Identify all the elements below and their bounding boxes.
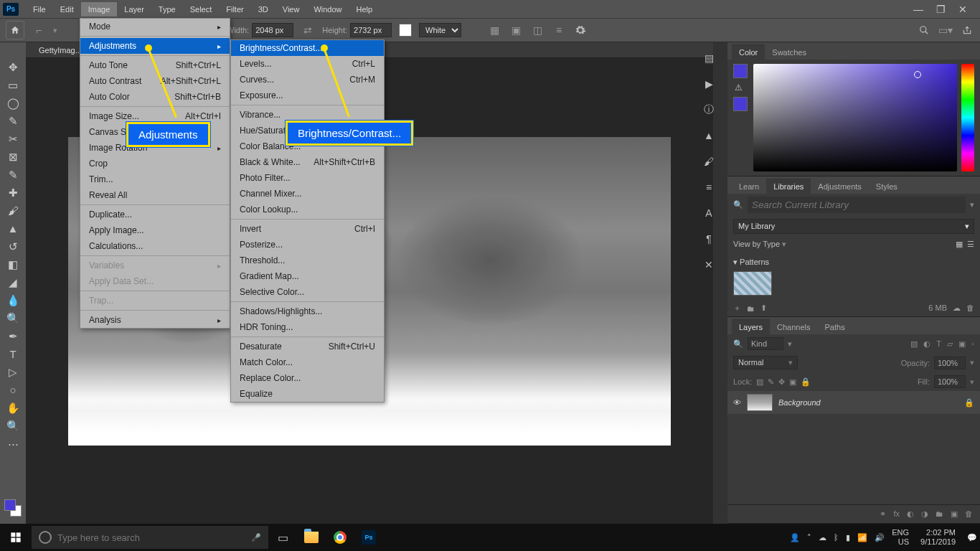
lock-transparent-icon[interactable]: ▨ bbox=[756, 377, 763, 387]
list-view-icon[interactable]: ☰ bbox=[967, 240, 974, 249]
menu-calculations[interactable]: Calculations... bbox=[80, 238, 230, 254]
marquee-tool-icon[interactable]: ▭ bbox=[2, 76, 24, 94]
mask-icon[interactable]: ◐ bbox=[907, 509, 914, 519]
width-field[interactable] bbox=[252, 23, 293, 37]
submenu-selective-color[interactable]: Selective Color... bbox=[231, 284, 384, 300]
menu-trim[interactable]: Trim... bbox=[80, 171, 230, 187]
menu-adjustments[interactable]: Adjustments bbox=[80, 38, 230, 54]
settings-gear-icon[interactable] bbox=[573, 23, 588, 37]
align-icon[interactable]: ≡ bbox=[552, 23, 566, 37]
menu-auto-contrast[interactable]: Auto ContrastAlt+Shift+Ctrl+L bbox=[80, 73, 230, 89]
menu-type[interactable]: Type bbox=[151, 2, 183, 17]
tab-libraries[interactable]: Libraries bbox=[766, 179, 811, 194]
height-field[interactable] bbox=[350, 23, 392, 37]
shape-tool-icon[interactable]: ○ bbox=[2, 381, 24, 399]
view-by-label[interactable]: View by Type ▾ bbox=[733, 240, 786, 249]
patterns-section-header[interactable]: ▾ Patterns bbox=[733, 255, 974, 270]
menu-help[interactable]: Help bbox=[349, 2, 380, 17]
menu-file[interactable]: File bbox=[26, 2, 53, 17]
edit-toolbar-icon[interactable]: ⋯ bbox=[2, 435, 24, 453]
healing-tool-icon[interactable]: ✚ bbox=[2, 184, 24, 202]
menu-crop[interactable]: Crop bbox=[80, 156, 230, 171]
submenu-gradient-map[interactable]: Gradient Map... bbox=[231, 268, 384, 284]
submenu-channel-mixer[interactable]: Channel Mixer... bbox=[231, 186, 384, 202]
submenu-exposure[interactable]: Exposure... bbox=[231, 88, 384, 103]
background-select[interactable]: White bbox=[419, 23, 461, 37]
background-swatch[interactable] bbox=[733, 97, 748, 111]
bluetooth-icon[interactable]: ᛒ bbox=[834, 533, 839, 542]
properties-panel-icon[interactable]: ▲ bbox=[701, 128, 717, 143]
submenu-equalize[interactable]: Equalize bbox=[231, 386, 384, 402]
tool-presets-panel-icon[interactable]: ✕ bbox=[701, 257, 717, 273]
move-tool-icon[interactable]: ✥ bbox=[2, 58, 24, 76]
tab-learn[interactable]: Learn bbox=[732, 179, 766, 194]
fx-icon[interactable]: fx bbox=[893, 509, 900, 519]
actions-panel-icon[interactable]: ▶ bbox=[701, 76, 717, 92]
menu-edit[interactable]: Edit bbox=[53, 2, 81, 17]
tab-channels[interactable]: Channels bbox=[770, 320, 817, 334]
share-icon[interactable] bbox=[960, 23, 974, 37]
pattern-thumbnail[interactable] bbox=[733, 271, 772, 296]
submenu-posterize[interactable]: Posterize... bbox=[231, 237, 384, 253]
fill-field[interactable] bbox=[934, 375, 966, 388]
color-picker-field[interactable] bbox=[753, 64, 957, 171]
window-minimize[interactable]: — bbox=[913, 4, 923, 15]
delete-layer-icon[interactable]: 🗑 bbox=[965, 509, 973, 519]
grid-view-icon[interactable]: ▦ bbox=[956, 240, 963, 249]
submenu-curves[interactable]: Curves...Ctrl+M bbox=[231, 72, 384, 88]
search-icon[interactable] bbox=[917, 23, 931, 37]
crop-tool-icon[interactable]: ✂ bbox=[2, 130, 24, 148]
submenu-brightness-contrast[interactable]: Brightness/Contrast... bbox=[231, 40, 384, 56]
link-layers-icon[interactable]: ⚭ bbox=[880, 509, 886, 519]
add-icon[interactable]: ＋ bbox=[733, 303, 741, 314]
tray-chevron-icon[interactable]: ˄ bbox=[807, 533, 811, 542]
pen-tool-icon[interactable]: ✒ bbox=[2, 327, 24, 345]
paragraph-panel-icon[interactable]: ¶ bbox=[701, 231, 717, 247]
crop-tool-icon[interactable]: ⌐ bbox=[32, 23, 46, 37]
menu-layer[interactable]: Layer bbox=[117, 2, 151, 17]
brush-settings-panel-icon[interactable]: ≡ bbox=[701, 179, 717, 195]
tab-color[interactable]: Color bbox=[732, 44, 765, 60]
history-panel-icon[interactable]: ▤ bbox=[701, 50, 717, 66]
window-restore[interactable]: ❐ bbox=[936, 4, 946, 15]
file-explorer-icon[interactable] bbox=[297, 524, 326, 551]
taskbar-clock[interactable]: 2:02 PM9/11/2019 bbox=[920, 528, 960, 547]
dodge-tool-icon[interactable]: 🔍 bbox=[2, 309, 24, 327]
submenu-color-lookup[interactable]: Color Lookup... bbox=[231, 202, 384, 217]
hue-slider[interactable] bbox=[961, 64, 974, 171]
submenu-hdr-toning[interactable]: HDR Toning... bbox=[231, 319, 384, 335]
option-icon-3[interactable]: ◫ bbox=[530, 23, 545, 37]
menu-duplicate[interactable]: Duplicate... bbox=[80, 207, 230, 222]
blur-tool-icon[interactable]: 💧 bbox=[2, 291, 24, 309]
taskbar-search[interactable]: 🎤 bbox=[32, 526, 268, 549]
menu-reveal-all[interactable]: Reveal All bbox=[80, 187, 230, 203]
taskbar-lang[interactable]: ENGUS bbox=[892, 528, 913, 547]
battery-icon[interactable]: ▮ bbox=[846, 533, 850, 542]
cloud-icon[interactable]: ☁ bbox=[953, 303, 961, 313]
blend-mode-select[interactable]: Normal▾ bbox=[733, 356, 798, 369]
character-panel-icon[interactable]: A bbox=[701, 205, 717, 221]
foreground-swatch[interactable] bbox=[733, 64, 748, 78]
info-panel-icon[interactable]: ⓘ bbox=[701, 102, 717, 118]
volume-icon[interactable]: 🔊 bbox=[875, 533, 885, 542]
history-brush-tool-icon[interactable]: ↺ bbox=[2, 237, 24, 255]
submenu-desaturate[interactable]: DesaturateShift+Ctrl+U bbox=[231, 339, 384, 354]
filter-shape-icon[interactable]: ▱ bbox=[947, 339, 953, 349]
menu-filter[interactable]: Filter bbox=[219, 2, 250, 17]
layer-thumbnail[interactable] bbox=[747, 394, 773, 411]
filter-type-icon[interactable]: T bbox=[936, 339, 941, 349]
task-view-icon[interactable]: ▭ bbox=[268, 524, 297, 551]
kind-filter[interactable] bbox=[748, 337, 783, 350]
tab-swatches[interactable]: Swatches bbox=[765, 45, 814, 60]
tab-paths[interactable]: Paths bbox=[818, 320, 852, 334]
visibility-eye-icon[interactable]: 👁 bbox=[733, 398, 741, 407]
stamp-tool-icon[interactable]: ▲ bbox=[2, 220, 24, 237]
people-icon[interactable]: 👤 bbox=[790, 533, 800, 542]
lock-artboard-icon[interactable]: ▣ bbox=[789, 377, 796, 387]
background-color-swatch[interactable] bbox=[399, 24, 412, 37]
gradient-tool-icon[interactable]: ◢ bbox=[2, 273, 24, 291]
menu-3d[interactable]: 3D bbox=[251, 2, 275, 17]
tab-styles[interactable]: Styles bbox=[869, 179, 905, 194]
eraser-tool-icon[interactable]: ◧ bbox=[2, 255, 24, 273]
fill-adjust-icon[interactable]: ◑ bbox=[921, 509, 928, 519]
